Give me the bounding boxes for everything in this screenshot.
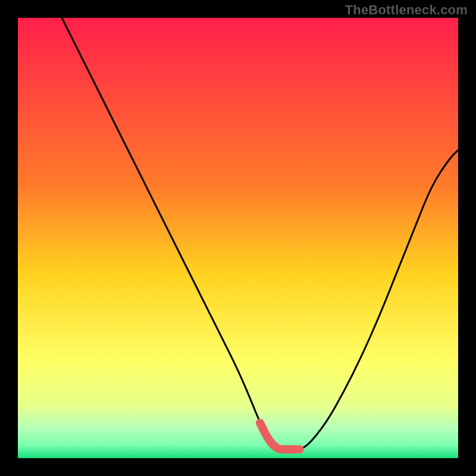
bottleneck-chart xyxy=(0,0,476,476)
chart-frame: { "watermark": "TheBottleneck.com", "col… xyxy=(0,0,476,476)
plot-background xyxy=(18,18,458,458)
watermark-text: TheBottleneck.com xyxy=(345,2,468,18)
